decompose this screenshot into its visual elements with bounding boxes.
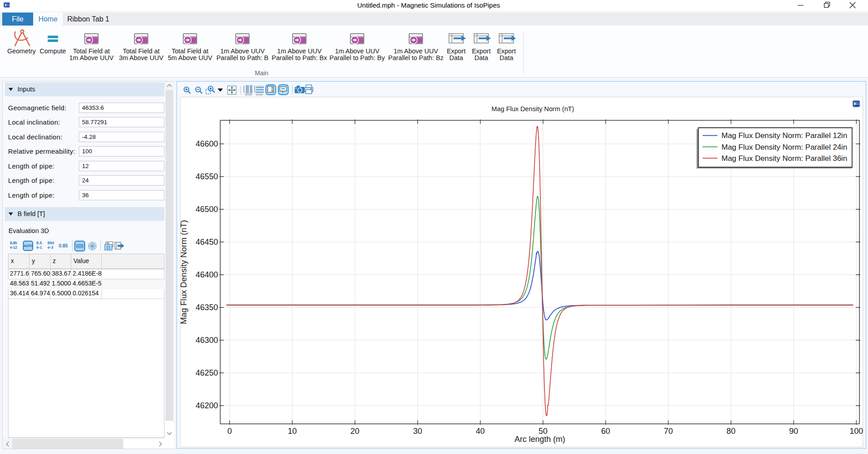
svg-text:46300: 46300 [195, 336, 218, 345]
svg-text:46500: 46500 [195, 205, 218, 214]
svg-text:46350: 46350 [195, 303, 218, 312]
svg-text:46200: 46200 [195, 401, 218, 410]
svg-text:46400: 46400 [195, 270, 218, 279]
svg-text:60: 60 [601, 427, 610, 436]
svg-text:30: 30 [413, 427, 422, 436]
svg-text:46600: 46600 [195, 139, 218, 148]
svg-text:50: 50 [539, 427, 548, 436]
svg-text:46450: 46450 [195, 238, 218, 246]
svg-text:90: 90 [789, 427, 798, 436]
svg-text:0: 0 [227, 427, 232, 436]
svg-text:Mag Flux Density Norm (nT): Mag Flux Density Norm (nT) [492, 105, 574, 112]
svg-text:100: 100 [850, 427, 863, 436]
svg-text:20: 20 [350, 427, 359, 436]
svg-text:70: 70 [664, 427, 673, 436]
svg-text:Arc length (m): Arc length (m) [514, 435, 565, 444]
svg-text:80: 80 [726, 427, 735, 436]
svg-text:Mag Flux Density Norm: Paralle: Mag Flux Density Norm: Parallel 24in [721, 143, 847, 151]
svg-text:Mag Flux Density Norm (nT): Mag Flux Density Norm (nT) [180, 220, 188, 324]
svg-text:Mag Flux Density Norm: Paralle: Mag Flux Density Norm: Parallel 36in [721, 154, 847, 163]
svg-text:46250: 46250 [195, 368, 218, 377]
svg-text:10: 10 [288, 427, 297, 436]
svg-text:40: 40 [476, 427, 485, 436]
svg-text:Mag Flux Density Norm: Paralle: Mag Flux Density Norm: Parallel 12in [721, 131, 847, 140]
svg-text:46550: 46550 [195, 172, 218, 181]
